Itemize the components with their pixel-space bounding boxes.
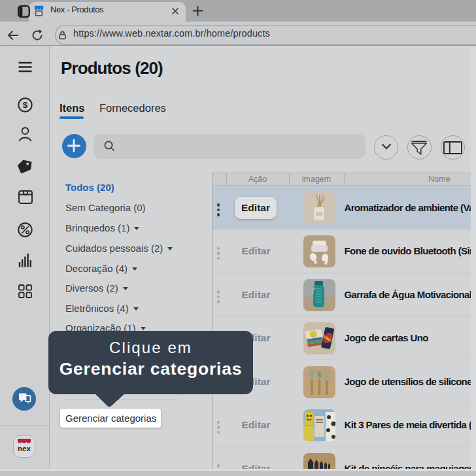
svg-text:$: $: [23, 100, 28, 110]
